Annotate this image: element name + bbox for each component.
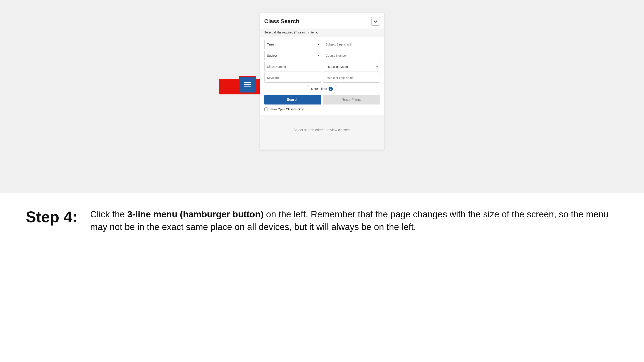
term-select[interactable]: Term * [264, 40, 321, 49]
step-label: Step 4: [26, 208, 77, 226]
class-number-input[interactable] [264, 62, 321, 71]
class-search-panel: Class Search ⚙ Select all the required (… [260, 13, 384, 150]
hamburger-line-2 [244, 84, 251, 85]
hamburger-icon [244, 82, 251, 87]
instruction-area: Step 4: Click the 3-line menu (hamburger… [0, 193, 644, 362]
gear-icon: ⚙ [374, 19, 377, 23]
keyword-field [264, 73, 321, 83]
open-classes-row: Show Open Classes Only [264, 107, 380, 111]
filter-count-badge: 1 [328, 87, 333, 91]
action-row: Search Reset Filters [264, 95, 380, 104]
keyword-input[interactable] [264, 73, 321, 83]
results-placeholder-text: Select search criteria to view classes. [294, 128, 351, 132]
course-number-input[interactable] [323, 51, 380, 60]
more-filters-row: More Filters 1 [264, 85, 380, 93]
criteria-hint: Select all the required (*) search crite… [260, 28, 384, 37]
course-number-field [323, 51, 380, 60]
instruction-mode-select[interactable]: Instruction Mode [323, 62, 380, 71]
open-classes-checkbox[interactable] [264, 107, 268, 111]
search-button[interactable]: Search [264, 95, 321, 104]
hamburger-line-1 [244, 82, 251, 83]
subject-field: Subject ▾ [264, 51, 321, 60]
term-field: Term * ▾ [264, 40, 321, 49]
screenshot-area: Class Search ⚙ Select all the required (… [0, 0, 644, 193]
step-text: Click the 3-line menu (hamburger button)… [90, 208, 618, 234]
instruction-mode-field: Instruction Mode ▾ [323, 62, 380, 71]
hamburger-button-highlight[interactable] [239, 76, 256, 93]
hamburger-line-3 [244, 86, 251, 87]
more-filters-label: More Filters [311, 87, 327, 90]
instructor-last-name-field [323, 73, 380, 83]
more-filters-button[interactable]: More Filters 1 [307, 85, 338, 93]
results-area: Select search criteria to view classes. [260, 115, 384, 150]
form-grid: Term * ▾ Subject ▾ [264, 40, 380, 83]
open-classes-label: Show Open Classes Only [270, 107, 304, 111]
gear-button[interactable]: ⚙ [371, 17, 380, 25]
subject-select[interactable]: Subject [264, 51, 321, 60]
panel-body: Select all the required (*) search crite… [260, 28, 384, 150]
class-number-field [264, 62, 321, 71]
step-text-bold: 3-line menu (hamburger button) [127, 209, 264, 219]
subject-begins-field [323, 40, 380, 49]
subject-begins-input[interactable] [323, 40, 380, 49]
reset-filters-button[interactable]: Reset Filters [323, 95, 380, 104]
panel-header: Class Search ⚙ [260, 13, 384, 28]
instructor-last-name-input[interactable] [323, 73, 380, 83]
step-text-part1: Click the [90, 209, 127, 219]
panel-title: Class Search [264, 18, 299, 25]
